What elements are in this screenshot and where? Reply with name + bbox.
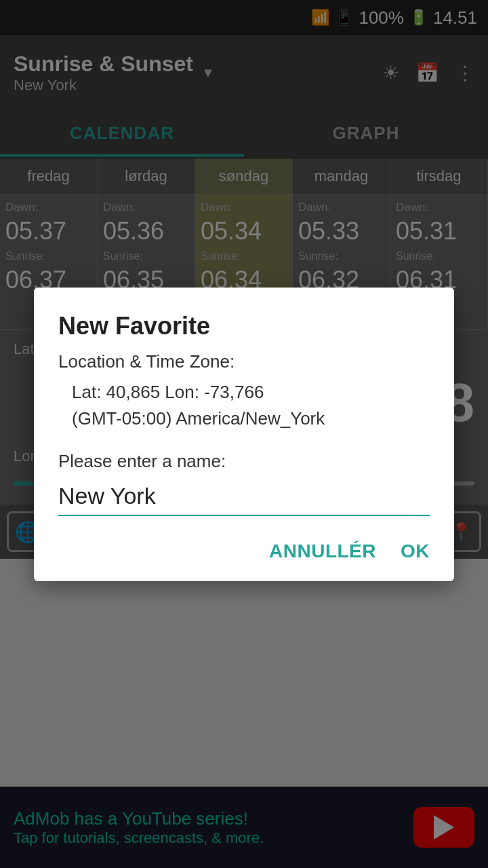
dialog-coords: Lat: 40,865 Lon: -73,766 (GMT-05:00) Ame… (72, 379, 430, 432)
dialog-input-wrapper (58, 480, 430, 516)
dialog-location-label: Location & Time Zone: (58, 351, 430, 372)
dialog-input-label: Please enter a name: (58, 451, 430, 472)
cancel-button[interactable]: ANNULLÉR (269, 540, 376, 562)
new-favorite-dialog: New Favorite Location & Time Zone: Lat: … (34, 288, 454, 581)
dialog-title: New Favorite (58, 312, 430, 340)
dialog-buttons: ANNULLÉR OK (58, 540, 430, 562)
dialog-overlay: New Favorite Location & Time Zone: Lat: … (0, 0, 488, 868)
name-input[interactable] (58, 480, 430, 515)
ok-button[interactable]: OK (401, 540, 430, 562)
